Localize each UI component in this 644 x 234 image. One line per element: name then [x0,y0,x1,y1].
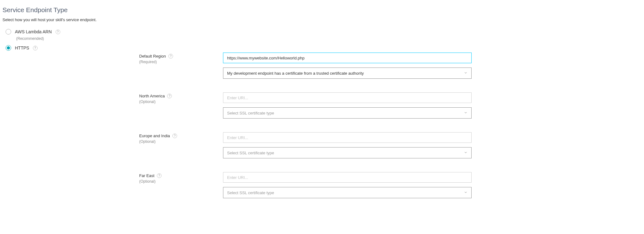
europe-india-uri-input[interactable] [223,132,472,143]
chevron-down-icon [464,71,468,76]
region-north-america-required: (Optional) [139,100,223,104]
select-text: Select SSL certificate type [227,111,274,115]
region-far-east-label: Far East [139,173,154,178]
default-region-ssl-select[interactable]: My development endpoint has a certificat… [223,68,472,79]
help-icon[interactable]: ? [172,133,177,138]
region-default-required: (Required) [139,60,223,64]
north-america-uri-input[interactable] [223,92,472,103]
chevron-down-icon [464,190,468,195]
region-far-east-required: (Optional) [139,179,223,184]
help-icon[interactable]: ? [168,54,173,58]
select-text: Select SSL certificate type [227,190,274,195]
radio-aws-lambda[interactable]: AWS Lambda ARN ? [2,29,642,35]
help-icon[interactable]: ? [157,173,162,178]
help-icon[interactable]: ? [56,30,60,34]
europe-india-ssl-select[interactable]: Select SSL certificate type [223,147,472,158]
radio-icon [6,45,11,51]
help-icon[interactable]: ? [33,46,38,50]
region-europe-india-required: (Optional) [139,139,223,144]
default-region-uri-input[interactable] [223,53,472,63]
chevron-down-icon [464,151,468,155]
north-america-ssl-select[interactable]: Select SSL certificate type [223,107,472,119]
radio-label: HTTPS [15,45,29,50]
region-europe-india-label: Europe and India [139,133,170,138]
radio-https[interactable]: HTTPS ? [2,45,642,51]
select-text: Select SSL certificate type [227,151,274,155]
chevron-down-icon [464,111,468,115]
region-default-label: Default Region [139,54,166,58]
page-title: Service Endpoint Type [2,6,642,14]
radio-label: AWS Lambda ARN [15,29,52,34]
far-east-uri-input[interactable] [223,172,472,183]
select-text: My development endpoint has a certificat… [227,71,364,76]
far-east-ssl-select[interactable]: Select SSL certificate type [223,187,472,198]
radio-aws-lambda-sublabel: (Recommended) [2,36,642,41]
radio-icon [6,29,11,35]
help-icon[interactable]: ? [167,94,172,98]
page-subtitle: Select how you will host your skill's se… [2,17,642,22]
region-north-america-label: North America [139,94,165,98]
